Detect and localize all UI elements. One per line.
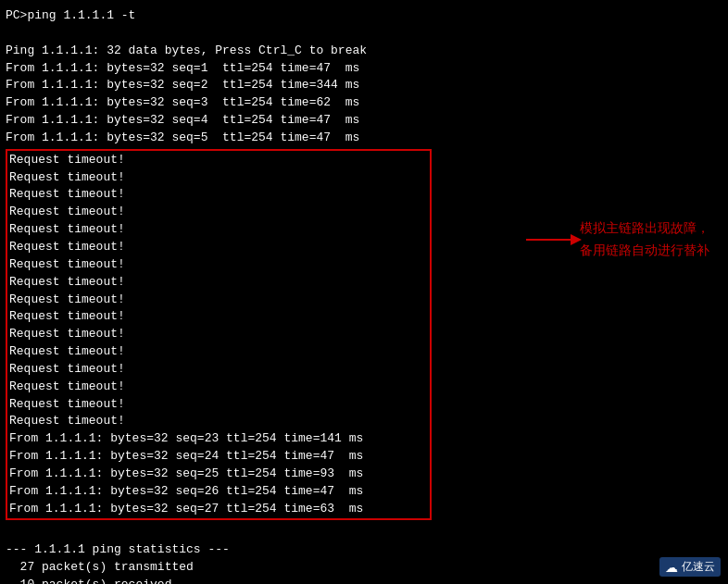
- watermark: ☁ 亿速云: [659, 557, 721, 577]
- arrow-shaft: [526, 239, 572, 241]
- watermark-icon: ☁: [665, 560, 678, 575]
- success-bottom-4: From 1.1.1.1: bytes=32 seq=26 ttl=254 ti…: [9, 483, 428, 501]
- annotation: 模拟主链路出现故障， 备用链路自动进行替补: [526, 217, 709, 262]
- success-line-1: From 1.1.1.1: bytes=32 seq=1 ttl=254 tim…: [6, 60, 722, 78]
- timeout-3: Request timeout!: [9, 186, 428, 204]
- timeout-11: Request timeout!: [9, 326, 428, 343]
- timeout-15: Request timeout!: [9, 396, 428, 414]
- success-bottom-3: From 1.1.1.1: bytes=32 seq=25 ttl=254 ti…: [9, 466, 428, 483]
- success-bottom-1: From 1.1.1.1: bytes=32 seq=23 ttl=254 ti…: [9, 430, 428, 448]
- blank-line-2: [6, 524, 722, 541]
- stats-section: --- 1.1.1.1 ping statistics --- 27 packe…: [6, 524, 722, 584]
- timeout-14: Request timeout!: [9, 379, 428, 396]
- success-lines-top: From 1.1.1.1: bytes=32 seq=1 ttl=254 tim…: [6, 60, 722, 147]
- timeout-1: Request timeout!: [9, 152, 428, 169]
- timeout-13: Request timeout!: [9, 361, 428, 379]
- annotation-line2: 备用链路自动进行替补: [580, 240, 709, 262]
- success-bottom-5: From 1.1.1.1: bytes=32 seq=27 ttl=254 ti…: [9, 501, 428, 518]
- timeout-7: Request timeout!: [9, 256, 428, 274]
- command-line: PC>ping 1.1.1.1 -t: [6, 7, 722, 25]
- success-line-3: From 1.1.1.1: bytes=32 seq=3 ttl=254 tim…: [6, 94, 722, 112]
- timeout-9: Request timeout!: [9, 292, 428, 309]
- stats-header: --- 1.1.1.1 ping statistics ---: [6, 541, 722, 559]
- stats-transmitted: 27 packet(s) transmitted: [6, 559, 722, 577]
- success-line-4: From 1.1.1.1: bytes=32 seq=4 ttl=254 tim…: [6, 112, 722, 130]
- timeout-10: Request timeout!: [9, 308, 428, 326]
- stats-received: 10 packet(s) received: [6, 577, 722, 584]
- timeout-5: Request timeout!: [9, 221, 428, 239]
- success-line-2: From 1.1.1.1: bytes=32 seq=2 ttl=254 tim…: [6, 77, 722, 94]
- terminal: PC>ping 1.1.1.1 -t Ping 1.1.1.1: 32 data…: [0, 0, 728, 584]
- annotation-line1: 模拟主链路出现故障，: [580, 217, 709, 240]
- timeout-6: Request timeout!: [9, 239, 428, 256]
- timeout-4: Request timeout!: [9, 204, 428, 221]
- ping-header: Ping 1.1.1.1: 32 data bytes, Press Ctrl_…: [6, 43, 722, 60]
- timeout-8: Request timeout!: [9, 274, 428, 292]
- timeout-16: Request timeout!: [9, 413, 428, 430]
- arrowhead: [571, 234, 582, 245]
- blank-line: [6, 25, 722, 43]
- timeout-2: Request timeout!: [9, 169, 428, 187]
- success-bottom-2: From 1.1.1.1: bytes=32 seq=24 ttl=254 ti…: [9, 448, 428, 466]
- arrow-container: [526, 239, 572, 241]
- timeout-section: Request timeout! Request timeout! Reques…: [6, 149, 432, 521]
- watermark-text: 亿速云: [682, 559, 715, 575]
- annotation-text: 模拟主链路出现故障， 备用链路自动进行替补: [580, 217, 709, 262]
- timeout-12: Request timeout!: [9, 343, 428, 361]
- success-line-5: From 1.1.1.1: bytes=32 seq=5 ttl=254 tim…: [6, 130, 722, 147]
